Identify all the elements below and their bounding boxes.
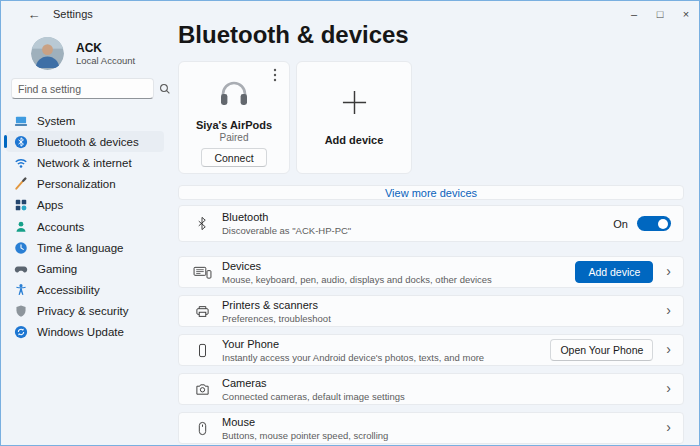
device-status: Paired <box>220 132 249 143</box>
app-title: Settings <box>53 8 93 20</box>
camera-icon <box>191 382 213 397</box>
add-device-card[interactable]: Add device <box>296 61 412 174</box>
sidebar-item-time-language[interactable]: Time & language <box>6 237 164 258</box>
add-device-button[interactable]: Add device <box>575 261 653 283</box>
headphones-icon <box>217 79 251 113</box>
page-title: Bluetooth & devices <box>178 21 409 49</box>
system-icon <box>14 114 28 128</box>
device-name: Siya's AirPods <box>196 119 272 131</box>
privacy-icon <box>14 304 28 318</box>
window-controls: – □ × <box>621 1 699 26</box>
sidebar-item-accessibility[interactable]: Accessibility <box>6 280 164 301</box>
chevron-right-icon: › <box>666 420 671 436</box>
bluetooth-toggle[interactable] <box>637 216 671 231</box>
sidebar-item-apps[interactable]: Apps <box>6 195 164 216</box>
printer-icon <box>191 304 213 319</box>
bluetooth-icon <box>14 135 28 149</box>
network-icon <box>14 156 28 170</box>
personalization-icon <box>14 177 28 191</box>
device-card: Siya's AirPods Paired Connect <box>178 61 290 174</box>
sidebar-item-system[interactable]: System <box>6 110 164 131</box>
plus-icon <box>341 89 368 120</box>
bluetooth-glyph-icon <box>191 216 213 231</box>
toggle-state-label: On <box>613 218 628 230</box>
search-box <box>11 78 154 99</box>
mouse-row[interactable]: Mouse Buttons, mouse pointer speed, scro… <box>178 412 684 444</box>
sidebar-item-gaming[interactable]: Gaming <box>6 258 164 279</box>
devices-row[interactable]: Devices Mouse, keyboard, pen, audio, dis… <box>178 256 684 288</box>
sidebar-item-bluetooth-devices[interactable]: Bluetooth & devices <box>6 131 164 152</box>
account-header: ACK Local Account <box>31 37 135 70</box>
open-your-phone-button[interactable]: Open Your Phone <box>550 339 653 361</box>
close-button[interactable]: × <box>673 1 699 26</box>
connect-button[interactable]: Connect <box>201 148 266 167</box>
sidebar-item-personalization[interactable]: Personalization <box>6 174 164 195</box>
windows-update-icon <box>14 325 28 339</box>
account-name: ACK <box>76 41 135 55</box>
accessibility-icon <box>14 283 28 297</box>
apps-icon <box>14 198 28 212</box>
account-type: Local Account <box>76 55 135 66</box>
settings-window: ← Settings – □ × ACK Local Account <box>0 0 700 446</box>
chevron-right-icon: › <box>666 303 671 319</box>
sidebar-item-accounts[interactable]: Accounts <box>6 216 164 237</box>
bluetooth-row[interactable]: Bluetooth Discoverable as "ACK-HP-PC" On <box>178 205 684 242</box>
printers-scanners-row[interactable]: Printers & scanners Preferences, trouble… <box>178 295 684 327</box>
minimize-button[interactable]: – <box>621 1 647 26</box>
phone-icon <box>191 343 213 358</box>
sidebar: ACK Local Account System <box>1 27 169 445</box>
sidebar-item-network-internet[interactable]: Network & internet <box>6 152 164 173</box>
your-phone-row[interactable]: Your Phone Instantly access your Android… <box>178 334 684 366</box>
time-language-icon <box>14 241 28 255</box>
avatar <box>31 37 64 70</box>
maximize-button[interactable]: □ <box>647 1 673 26</box>
cameras-row[interactable]: Cameras Connected cameras, default image… <box>178 373 684 405</box>
add-device-label: Add device <box>325 134 384 146</box>
mouse-icon <box>191 421 213 436</box>
sidebar-nav: System Bluetooth & devices Network & int… <box>6 110 164 343</box>
back-button[interactable]: ← <box>23 3 45 25</box>
chevron-right-icon: › <box>666 264 671 280</box>
view-more-devices-link[interactable]: View more devices <box>178 185 684 200</box>
sidebar-item-privacy-security[interactable]: Privacy & security <box>6 301 164 322</box>
sidebar-item-windows-update[interactable]: Windows Update <box>6 322 164 343</box>
devices-icon <box>191 265 213 280</box>
gaming-icon <box>14 262 28 276</box>
accounts-icon <box>14 220 28 234</box>
chevron-right-icon: › <box>666 381 671 397</box>
search-icon <box>159 83 171 95</box>
chevron-right-icon: › <box>666 342 671 358</box>
search-input[interactable] <box>12 83 159 95</box>
